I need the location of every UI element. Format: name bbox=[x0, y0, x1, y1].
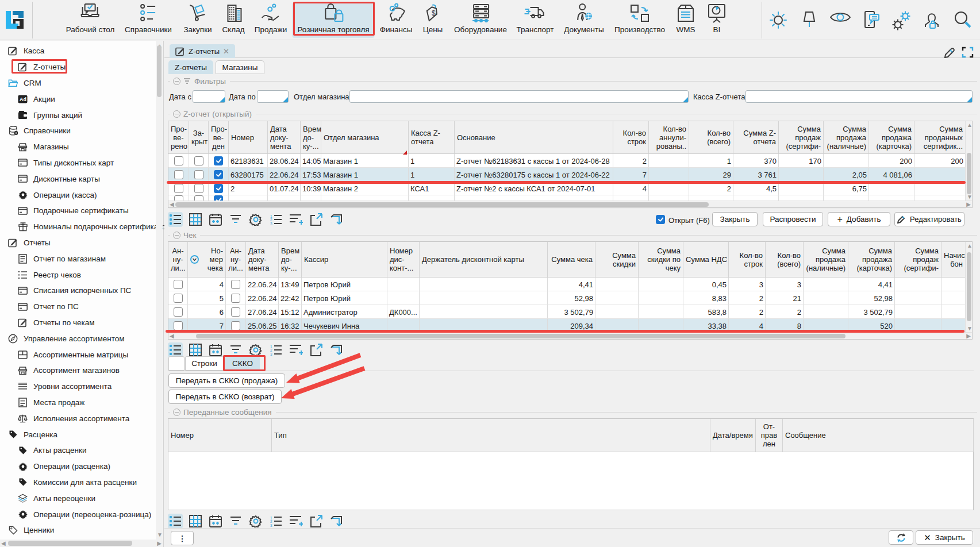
svg-text:$: $ bbox=[432, 9, 436, 17]
svg-text:3: 3 bbox=[270, 222, 272, 226]
svg-text:Ad: Ad bbox=[20, 97, 26, 102]
svg-text:3: 3 bbox=[270, 523, 272, 527]
